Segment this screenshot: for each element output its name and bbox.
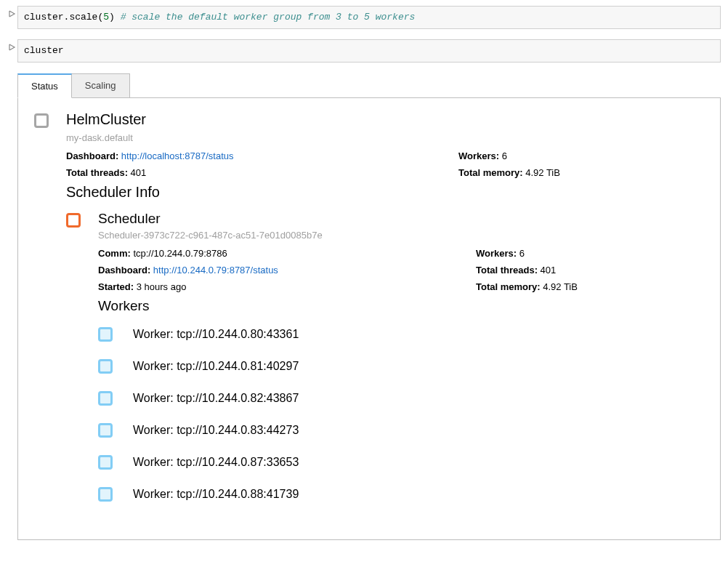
comm-label: Comm:: [98, 248, 133, 259]
worker-row: Worker: tcp://10.244.0.80:43361: [98, 327, 705, 342]
scheduler-block: Scheduler Scheduler-3973c722-c961-487c-a…: [66, 211, 705, 519]
worker-row: Worker: tcp://10.244.0.82:43867: [98, 391, 705, 406]
expand-icon[interactable]: [66, 213, 81, 228]
tab-status[interactable]: Status: [17, 73, 72, 98]
run-cell-icon[interactable]: [7, 39, 17, 63]
tab-scaling[interactable]: Scaling: [72, 73, 130, 98]
expand-icon[interactable]: [98, 455, 113, 470]
expand-icon[interactable]: [98, 327, 113, 342]
info-row: Comm: tcp://10.244.0.79:8786 Workers: 6: [98, 248, 705, 259]
worker-label: Worker: tcp://10.244.0.87:33653: [133, 456, 299, 469]
worker-row: Worker: tcp://10.244.0.83:44273: [98, 423, 705, 438]
workers-title: Workers: [98, 298, 705, 314]
worker-row: Worker: tcp://10.244.0.81:40297: [98, 359, 705, 374]
scheduler-info-title: Scheduler Info: [66, 184, 705, 201]
status-panel: HelmCluster my-dask.default Dashboard: h…: [17, 97, 721, 540]
threads-value: 401: [131, 167, 147, 178]
scheduler-id: Scheduler-3973c722-c961-487c-ac51-7e01d0…: [98, 230, 705, 241]
expand-icon[interactable]: [98, 359, 113, 374]
code-text: cluster.scale(: [24, 12, 103, 23]
cell-output: Status Scaling HelmCluster my-dask.defau…: [17, 73, 721, 540]
dashboard-label: Dashboard:: [66, 150, 121, 161]
workers-list: Worker: tcp://10.244.0.80:43361Worker: t…: [98, 327, 705, 502]
threads-value: 401: [541, 265, 557, 276]
expand-icon[interactable]: [34, 113, 49, 128]
tab-bar: Status Scaling: [17, 73, 721, 97]
worker-label: Worker: tcp://10.244.0.80:43361: [133, 328, 299, 341]
worker-row: Worker: tcp://10.244.0.87:33653: [98, 455, 705, 470]
info-row: Started: 3 hours ago Total memory: 4.92 …: [98, 281, 705, 292]
info-row: Dashboard: http://localhost:8787/status …: [66, 150, 705, 161]
memory-value: 4.92 TiB: [543, 281, 578, 292]
code-number: 5: [103, 12, 109, 23]
threads-label: Total threads:: [66, 167, 131, 178]
code-input-2[interactable]: cluster: [17, 39, 721, 63]
code-text: ): [109, 12, 121, 23]
dashboard-label: Dashboard:: [98, 265, 153, 276]
worker-label: Worker: tcp://10.244.0.88:41739: [133, 488, 299, 501]
info-row: Dashboard: http://10.244.0.79:8787/statu…: [98, 265, 705, 276]
worker-row: Worker: tcp://10.244.0.88:41739: [98, 487, 705, 502]
helmcluster-subtitle: my-dask.default: [66, 132, 705, 143]
helmcluster-title: HelmCluster: [66, 111, 705, 128]
comm-value: tcp://10.244.0.79:8786: [133, 248, 227, 259]
memory-label: Total memory:: [476, 281, 543, 292]
info-row: Total threads: 401 Total memory: 4.92 Ti…: [66, 167, 705, 178]
scheduler-title: Scheduler: [98, 211, 705, 227]
started-value: 3 hours ago: [137, 281, 187, 292]
code-cell-2: cluster: [7, 39, 721, 63]
dashboard-link[interactable]: http://localhost:8787/status: [121, 150, 234, 161]
memory-label: Total memory:: [458, 167, 525, 178]
code-cell-1: cluster.scale(5) # scale the default wor…: [7, 6, 721, 29]
workers-value: 6: [502, 150, 507, 161]
expand-icon[interactable]: [98, 487, 113, 502]
expand-icon[interactable]: [98, 391, 113, 406]
workers-value: 6: [519, 248, 525, 259]
expand-icon[interactable]: [98, 423, 113, 438]
run-cell-icon[interactable]: [7, 6, 17, 29]
code-input-1[interactable]: cluster.scale(5) # scale the default wor…: [17, 6, 721, 29]
workers-label: Workers:: [476, 248, 519, 259]
threads-label: Total threads:: [476, 265, 541, 276]
code-comment: # scale the default worker group from 3 …: [121, 12, 416, 23]
worker-label: Worker: tcp://10.244.0.81:40297: [133, 360, 299, 373]
memory-value: 4.92 TiB: [525, 167, 560, 178]
worker-label: Worker: tcp://10.244.0.82:43867: [133, 392, 299, 405]
workers-label: Workers:: [458, 150, 502, 161]
code-text: cluster: [24, 45, 64, 56]
worker-label: Worker: tcp://10.244.0.83:44273: [133, 424, 299, 437]
helmcluster-block: HelmCluster my-dask.default Dashboard: h…: [34, 111, 705, 519]
dashboard-link[interactable]: http://10.244.0.79:8787/status: [153, 265, 278, 276]
started-label: Started:: [98, 281, 137, 292]
